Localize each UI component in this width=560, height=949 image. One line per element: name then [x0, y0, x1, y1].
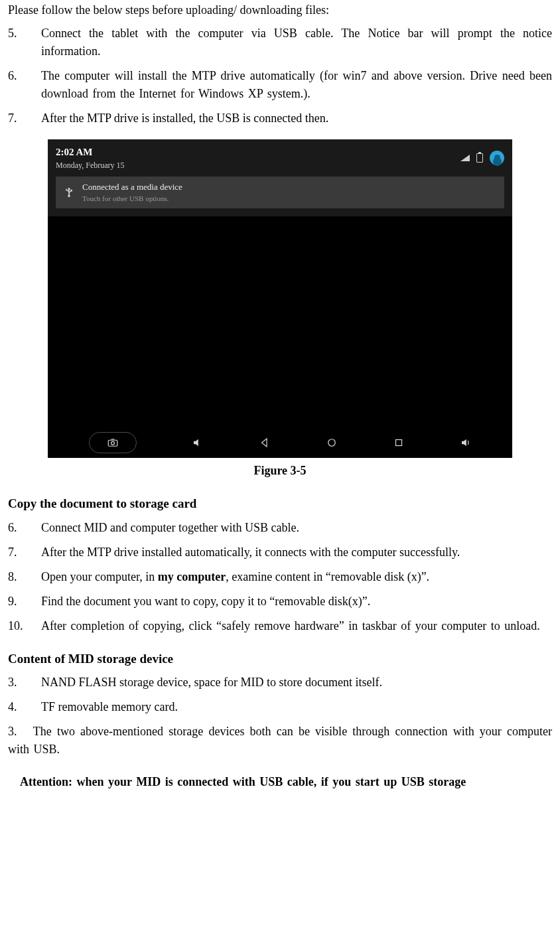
list-number: 3. — [8, 674, 41, 692]
list1-item-6: 6. The computer will install the MTP dri… — [8, 67, 552, 103]
list-number: 7. — [8, 110, 41, 127]
svg-point-6 — [111, 441, 114, 445]
list3-item-3: 3. NAND FLASH storage device, space for … — [8, 674, 552, 692]
user-avatar-icon[interactable] — [490, 151, 504, 165]
nav-screenshot-button[interactable] — [89, 432, 137, 453]
back-icon[interactable] — [259, 437, 271, 449]
list-number: 10. — [8, 617, 41, 635]
list2-item-6: 6. Connect MID and computer together wit… — [8, 519, 552, 537]
svg-rect-5 — [108, 440, 117, 446]
notification-title: Connected as a media device — [82, 181, 182, 194]
document-page: Please follow the below steps before upl… — [0, 1, 560, 818]
list2-item-7: 7. After the MTP drive installed automat… — [8, 544, 552, 561]
statusbar: 2:02 AM Monday, February 15 — [56, 145, 504, 171]
list-number: 8. — [8, 568, 41, 586]
svg-point-7 — [328, 439, 335, 447]
svg-point-3 — [66, 189, 67, 190]
home-icon[interactable] — [326, 437, 338, 449]
list-text: Connect the tablet with the computer via… — [41, 25, 552, 60]
statusbar-datetime: 2:02 AM Monday, February 15 — [56, 145, 460, 171]
battery-icon — [476, 153, 483, 163]
statusbar-icons — [460, 151, 504, 165]
figure-3-5: 2:02 AM Monday, February 15 Connected as… — [48, 139, 512, 458]
notification-subtitle: Touch for other USB options. — [82, 193, 182, 204]
list-number: 9. — [8, 593, 41, 611]
list2-item-10: 10. After completion of copying, click “… — [8, 617, 552, 635]
svg-point-2 — [68, 194, 70, 196]
list-text: The computer will install the MTP drive … — [41, 67, 552, 103]
svg-rect-8 — [395, 440, 401, 446]
list1-item-7: 7. After the MTP drive is installed, the… — [8, 110, 552, 127]
list-text: Find the document you want to copy, copy… — [41, 593, 552, 611]
notification-text: Connected as a media device Touch for ot… — [82, 181, 182, 204]
heading-copy: Copy the document to storage card — [8, 494, 552, 514]
list2-item-9: 9. Find the document you want to copy, c… — [8, 593, 552, 611]
attention-text: Attention: when your MID is connected wi… — [8, 773, 552, 791]
list3-item-4: 4. TF removable memory card. — [8, 698, 552, 716]
date-text: Monday, February 15 — [56, 159, 460, 171]
list-number: 6. — [8, 67, 41, 103]
usb-icon — [62, 186, 76, 199]
list2-item-8: 8. Open your computer, in my computer, e… — [8, 568, 552, 586]
list-text: After the MTP drive is installed, the US… — [41, 110, 552, 127]
list-number: 7. — [8, 544, 41, 561]
list-number: 6. — [8, 519, 41, 537]
list-text: Open your computer, in my computer, exam… — [41, 568, 552, 586]
nav-bar — [48, 427, 512, 458]
camera-icon — [107, 437, 119, 449]
intro-text: Please follow the below steps before upl… — [8, 1, 552, 19]
para-3: 3. The two above-mentioned storage devic… — [8, 723, 552, 759]
list-text: NAND FLASH storage device, space for MID… — [41, 674, 552, 692]
list1-item-5: 5. Connect the tablet with the computer … — [8, 25, 552, 60]
tablet-body — [48, 216, 512, 427]
tablet-screenshot: 2:02 AM Monday, February 15 Connected as… — [48, 139, 512, 458]
time-text: 2:02 AM — [56, 145, 460, 160]
list-text: After completion of copying, click “safe… — [41, 617, 552, 635]
figure-caption: Figure 3-5 — [8, 462, 552, 480]
signal-icon — [460, 155, 470, 161]
volume-up-icon[interactable] — [460, 437, 472, 449]
usb-notification[interactable]: Connected as a media device Touch for ot… — [56, 177, 504, 208]
list-text: After the MTP drive installed automatica… — [41, 544, 552, 561]
list-number: 4. — [8, 698, 41, 716]
recent-icon[interactable] — [393, 437, 405, 449]
heading-content: Content of MID storage device — [8, 650, 552, 669]
list-text: TF removable memory card. — [41, 698, 552, 716]
notification-shade: 2:02 AM Monday, February 15 Connected as… — [48, 139, 512, 216]
list-number: 5. — [8, 25, 41, 60]
svg-rect-4 — [71, 190, 72, 191]
volume-down-icon[interactable] — [192, 437, 204, 449]
list-text: Connect MID and computer together with U… — [41, 519, 552, 537]
